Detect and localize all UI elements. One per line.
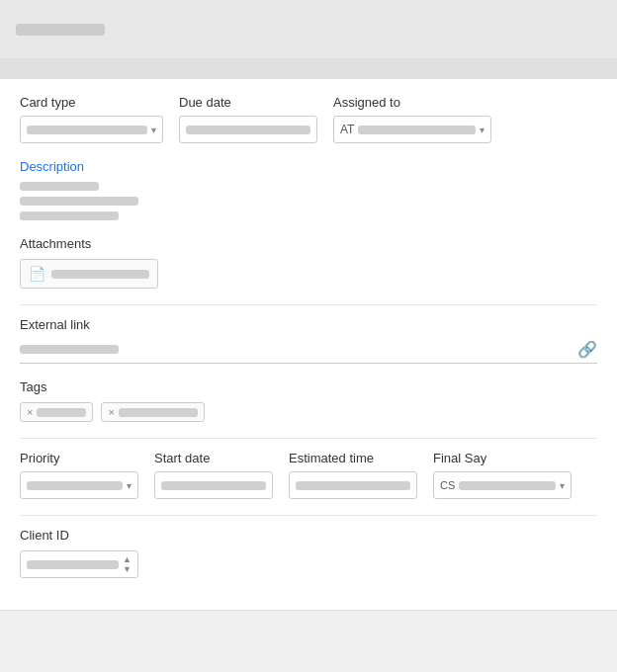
tags-section: Tags × ×: [20, 379, 597, 422]
final-say-label: Final Say: [433, 451, 572, 465]
desc-line-2: [20, 197, 138, 206]
card-type-arrow-icon: ▾: [151, 125, 156, 135]
attachments-label: Attachments: [20, 236, 597, 251]
description-section: Description: [20, 159, 597, 220]
file-icon: 📄: [29, 266, 45, 282]
attachment-bar: [51, 270, 149, 279]
priority-bar: [27, 481, 123, 490]
bottom-row: Priority ▾ Start date Estimated time: [20, 451, 597, 499]
assigned-to-arrow-icon: ▾: [480, 125, 485, 135]
spinner-icon[interactable]: ▲ ▼: [123, 555, 132, 574]
assigned-to-bar: [358, 126, 476, 134]
divider-3: [20, 515, 597, 516]
estimated-time-bar: [296, 481, 410, 490]
tag-remove-icon-2[interactable]: ×: [108, 406, 114, 418]
top-fields-row: Card type ▾ Due date Assigned to AT ▾: [20, 95, 597, 143]
tag-chip-1[interactable]: ×: [20, 402, 93, 422]
bottom-fields: Priority ▾ Start date Estimated time: [20, 451, 597, 499]
priority-arrow-icon: ▾: [127, 480, 132, 491]
card-type-label: Card type: [20, 95, 163, 110]
gray-band: [0, 59, 617, 79]
final-say-group: Final Say CS ▾: [433, 451, 572, 499]
priority-dropdown[interactable]: ▾: [20, 471, 138, 499]
attachments-section: Attachments 📄: [20, 236, 597, 289]
client-id-input[interactable]: ▲ ▼: [20, 550, 138, 578]
desc-line-1: [20, 182, 99, 191]
final-say-dropdown[interactable]: CS ▾: [433, 471, 572, 499]
tag-chip-2[interactable]: ×: [101, 402, 204, 422]
top-bar-placeholder: [16, 24, 105, 36]
estimated-time-group: Estimated time: [289, 451, 417, 499]
spinner-down-icon[interactable]: ▼: [123, 565, 132, 574]
start-date-dropdown[interactable]: [154, 471, 273, 499]
final-say-bar: [459, 481, 556, 490]
client-id-label: Client ID: [20, 528, 597, 543]
tags-row: × ×: [20, 402, 597, 422]
estimated-time-label: Estimated time: [289, 451, 417, 465]
estimated-time-dropdown[interactable]: [289, 471, 417, 499]
external-link-bar: [20, 345, 119, 354]
priority-label: Priority: [20, 451, 138, 465]
footer-bar: [0, 610, 617, 659]
client-id-section: Client ID ▲ ▼: [20, 528, 597, 578]
description-lines: [20, 182, 597, 220]
assigned-to-label: Assigned to: [333, 95, 491, 110]
final-say-prefix: CS: [440, 479, 455, 491]
assigned-to-dropdown[interactable]: AT ▾: [333, 116, 491, 143]
client-id-bar: [27, 560, 119, 569]
main-content: Card type ▾ Due date Assigned to AT ▾ De…: [0, 79, 617, 610]
due-date-dropdown[interactable]: [179, 116, 317, 143]
tags-label: Tags: [20, 379, 597, 394]
start-date-bar: [161, 481, 266, 490]
link-icon: 🔗: [577, 340, 597, 359]
assigned-to-group: Assigned to AT ▾: [333, 95, 491, 143]
final-say-arrow-icon: ▾: [560, 480, 565, 491]
external-link-section: External link 🔗: [20, 317, 597, 364]
desc-line-3: [20, 211, 119, 220]
priority-group: Priority ▾: [20, 451, 138, 499]
top-bar: [0, 0, 617, 59]
external-link-label: External link: [20, 317, 597, 332]
start-date-group: Start date: [154, 451, 273, 499]
due-date-bar: [186, 126, 310, 134]
card-type-group: Card type ▾: [20, 95, 163, 143]
tag-bar-1: [37, 408, 86, 417]
assigned-to-prefix: AT: [340, 123, 354, 136]
attachment-box[interactable]: 📄: [20, 259, 158, 289]
due-date-group: Due date: [179, 95, 317, 143]
due-date-label: Due date: [179, 95, 317, 110]
card-type-dropdown[interactable]: ▾: [20, 116, 163, 143]
tag-bar-2: [119, 408, 198, 417]
tag-remove-icon-1[interactable]: ×: [27, 406, 33, 418]
external-link-input[interactable]: 🔗: [20, 340, 597, 364]
divider-2: [20, 438, 597, 439]
start-date-label: Start date: [154, 451, 273, 465]
divider-1: [20, 304, 597, 305]
description-label: Description: [20, 159, 597, 174]
spinner-up-icon[interactable]: ▲: [123, 555, 132, 564]
card-type-bar: [27, 126, 147, 134]
